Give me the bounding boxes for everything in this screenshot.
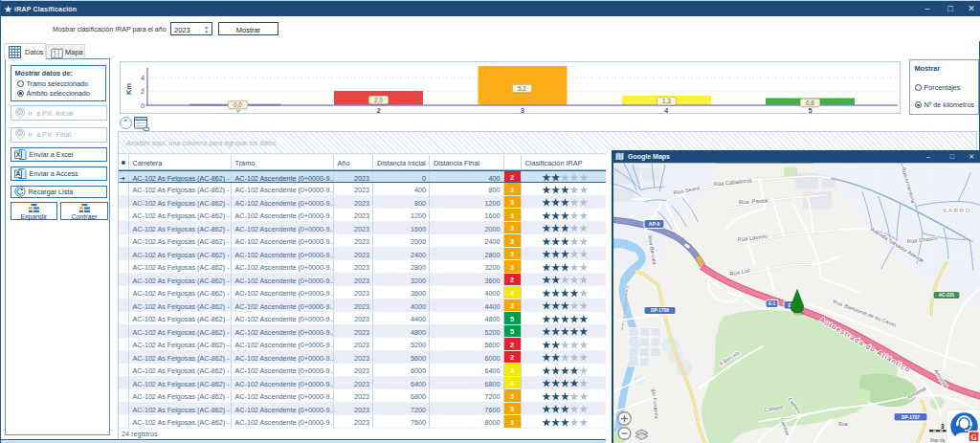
svg-text:AP-9: AP-9 <box>649 220 660 226</box>
svg-text:A: A <box>15 169 21 178</box>
svg-text:3: 3 <box>521 106 524 114</box>
svg-text:AC-221: AC-221 <box>939 293 955 298</box>
svg-text:DP-1706: DP-1706 <box>651 308 669 313</box>
svg-text:DP-1707: DP-1707 <box>902 414 920 419</box>
svg-text:@: @ <box>17 130 22 136</box>
svg-text:SARRO: SARRO <box>943 206 971 212</box>
svg-text:5: 5 <box>809 106 813 114</box>
svg-text:3: 3 <box>941 422 945 429</box>
svg-text:0: 0 <box>141 102 145 109</box>
svg-text:E: E <box>788 302 791 307</box>
svg-text:Rúa: Rúa <box>838 420 848 426</box>
svg-text:@: @ <box>17 109 22 115</box>
svg-text:E-1: E-1 <box>768 301 776 306</box>
svg-text:X: X <box>15 150 20 159</box>
svg-text:2: 2 <box>141 88 145 95</box>
svg-text:2: 2 <box>376 106 380 114</box>
svg-text:G: G <box>970 432 976 441</box>
svg-text:Km: Km <box>124 83 133 95</box>
svg-text:4: 4 <box>664 106 669 114</box>
svg-text:Map da...: Map da... <box>930 437 948 442</box>
svg-text:4: 4 <box>141 75 145 81</box>
